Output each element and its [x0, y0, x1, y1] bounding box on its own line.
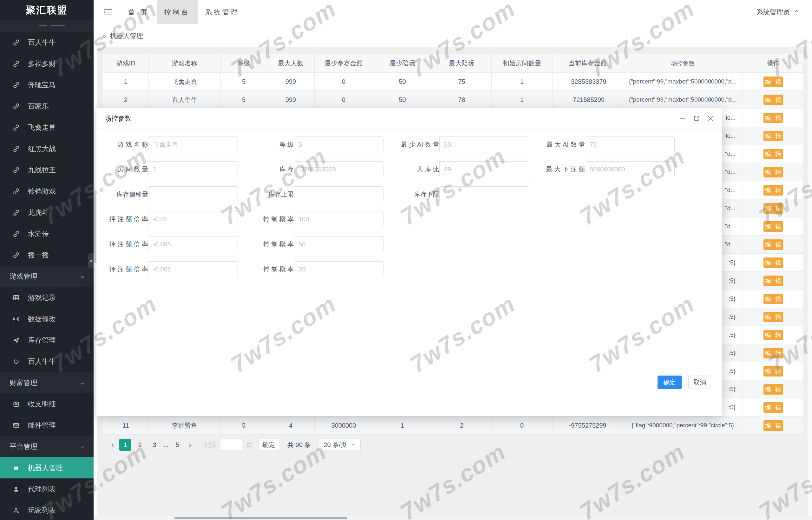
prev-page-icon[interactable]: ‹ [107, 440, 118, 449]
page-number[interactable]: 2 [134, 439, 146, 451]
vertical-scrollbar[interactable] [808, 47, 812, 516]
breadcrumb-bar: » 机器人管理 [93, 24, 812, 47]
field-input[interactable] [585, 161, 675, 177]
modal-cancel-button[interactable]: 取消 [688, 375, 711, 389]
top-tab[interactable]: 系统管理 [198, 0, 247, 24]
field-input[interactable] [148, 136, 238, 152]
edit-button[interactable]: 编 辑 [763, 113, 783, 123]
table-header-cell: 最少参赛金额 [315, 54, 373, 73]
edit-button[interactable]: 编 辑 [763, 257, 783, 268]
page-number[interactable]: 3 [148, 439, 161, 451]
page-size-select[interactable]: 20 条/页 [319, 439, 360, 451]
field-input[interactable] [148, 211, 238, 227]
sidebar-item[interactable]: 代理列表 [0, 478, 93, 500]
cell-actions: 编 辑 [743, 199, 804, 217]
field-input[interactable] [294, 261, 384, 277]
edit-button[interactable]: 编 辑 [763, 239, 783, 250]
field-label: 控 制 概 率 [263, 261, 294, 277]
sidebar-item[interactable]: 游戏记录 [0, 287, 93, 308]
page-number[interactable]: ... [162, 439, 170, 451]
sidebar-item[interactable]: 飞禽走兽 [0, 117, 93, 138]
horizontal-scrollbar-thumb[interactable] [174, 517, 347, 519]
minimize-icon[interactable] [679, 115, 686, 122]
field-input[interactable] [439, 161, 529, 177]
edit-button[interactable]: 编 辑 [763, 294, 783, 304]
field-input[interactable] [585, 136, 675, 152]
cell-min-ai: 1 [373, 417, 432, 435]
menu-toggle-icon[interactable] [103, 8, 113, 17]
cell-actions: 编 辑 [743, 380, 804, 398]
sidebar-item-icon [12, 81, 20, 89]
edit-button[interactable]: 编 辑 [763, 384, 783, 395]
sidebar-item[interactable]: 摇一摇 [0, 244, 93, 266]
field-input[interactable] [148, 186, 238, 202]
modal-ok-button[interactable]: 确定 [657, 375, 682, 389]
sidebar-item[interactable]: 库存管理 [0, 330, 93, 351]
top-tab[interactable]: 控制台 [157, 0, 198, 24]
horizontal-scrollbar[interactable] [93, 516, 812, 520]
sidebar-item[interactable]: 百家乐 [0, 96, 93, 117]
edit-button[interactable]: 编 辑 [763, 185, 783, 196]
sidebar-item[interactable]: 红黑大战 [0, 138, 93, 159]
field-input[interactable] [148, 261, 238, 277]
edit-button[interactable]: 编 辑 [763, 167, 783, 178]
sidebar-item[interactable]: 水浒传 [0, 223, 93, 244]
cell-actions: 编 辑 [743, 417, 804, 435]
sidebar-collapse-handle[interactable]: « [88, 253, 93, 268]
sidebar-item[interactable]: 奔驰宝马 [0, 74, 93, 96]
sidebar-item[interactable]: 百人牛牛 [0, 351, 93, 372]
form-field: 押 注 额 倍 率 [103, 261, 243, 277]
edit-button[interactable]: 编 辑 [763, 348, 783, 358]
edit-button[interactable]: 编 辑 [763, 276, 783, 286]
field-input[interactable] [294, 236, 384, 252]
sidebar-item-label: 游戏记录 [28, 293, 56, 303]
edit-button[interactable]: 编 辑 [763, 77, 783, 87]
top-tab[interactable]: 首 页 [120, 0, 157, 24]
jump-page-input[interactable] [220, 439, 242, 451]
edit-button[interactable]: 编 辑 [763, 330, 783, 340]
field-input[interactable] [148, 236, 238, 252]
sidebar-item[interactable]: 邮件管理 [0, 415, 93, 436]
field-input[interactable] [148, 161, 238, 177]
field-input[interactable] [439, 136, 529, 152]
user-menu[interactable]: 系统管理员 [756, 0, 800, 24]
sidebar-item[interactable]: 铃铛游戏 [0, 181, 93, 202]
chevron-down-icon [80, 380, 85, 388]
field-input[interactable] [294, 136, 384, 152]
sidebar-item[interactable]: 百人牛牛 [0, 32, 93, 53]
sidebar-item[interactable]: 财富管理 [0, 372, 93, 393]
edit-button[interactable]: 编 辑 [763, 95, 783, 105]
edit-button[interactable]: 编 辑 [763, 203, 783, 214]
field-input[interactable] [294, 211, 384, 227]
sidebar-item[interactable]: 收支明细 [0, 393, 93, 415]
edit-button[interactable]: 编 辑 [763, 221, 783, 232]
field-input[interactable] [294, 186, 384, 202]
page-number[interactable]: 5 [171, 439, 183, 451]
next-page-icon[interactable]: › [185, 440, 195, 449]
field-input[interactable] [439, 186, 529, 202]
sidebar-item[interactable]: 多福多财 [0, 53, 93, 74]
top-tabs: 首 页 控制台 系统管理 [120, 0, 247, 24]
sidebar-item[interactable]: 机器人管理 [0, 457, 93, 478]
edit-button[interactable]: 编 辑 [763, 312, 783, 322]
sidebar-item[interactable]: 数据修改 [0, 308, 93, 330]
sidebar-item-icon [12, 485, 20, 493]
cell-max-players: 999 [267, 91, 315, 109]
field-input[interactable] [294, 161, 384, 177]
edit-button[interactable]: 编 辑 [763, 420, 783, 431]
edit-button[interactable]: 编 辑 [763, 131, 783, 141]
sidebar-item[interactable]: 九线拉王 [0, 159, 93, 181]
jump-confirm-button[interactable]: 确定 [258, 439, 279, 451]
sidebar-item[interactable]: 龙虎斗 [0, 202, 93, 223]
page-number[interactable]: 1 [119, 439, 131, 451]
edit-button[interactable]: 编 辑 [763, 149, 783, 159]
close-icon[interactable] [707, 115, 714, 122]
edit-button[interactable]: 编 辑 [763, 366, 783, 376]
sidebar-item[interactable]: 平台管理 [0, 436, 93, 457]
edit-button[interactable]: 编 辑 [763, 402, 783, 413]
sidebar-item[interactable]: 玩家列表 [0, 500, 93, 520]
fullscreen-icon[interactable] [693, 115, 700, 122]
sidebar-item-label: 数据修改 [28, 314, 56, 324]
sidebar-item[interactable]: 游戏管理 [0, 266, 93, 287]
chevron-down-icon [80, 274, 85, 282]
